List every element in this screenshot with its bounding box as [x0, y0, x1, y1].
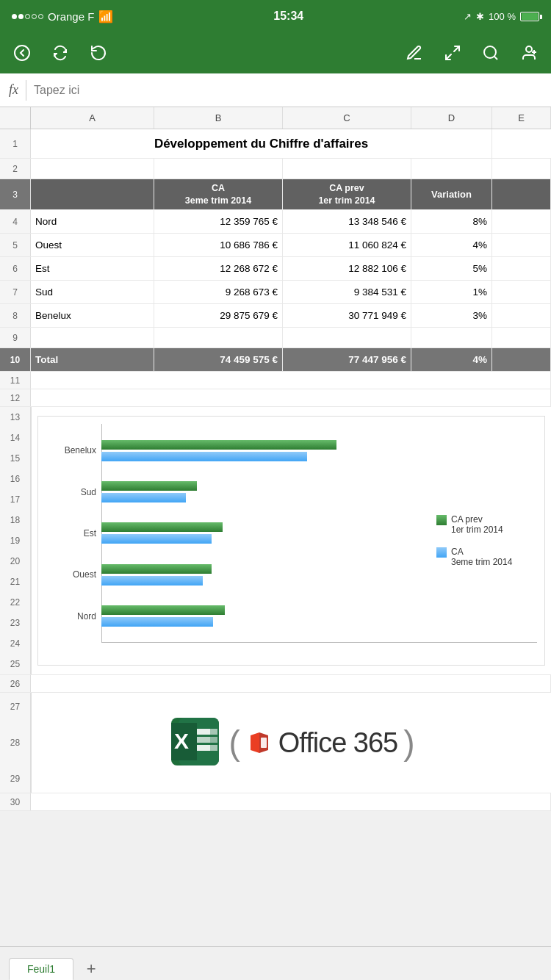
row-num-header: [0, 107, 31, 129]
legend-color-green: [436, 515, 447, 525]
legend-item-blue: CA 3eme trim 2014: [436, 547, 539, 567]
row-num-26: 26: [0, 675, 31, 692]
add-user-button[interactable]: [516, 40, 542, 66]
cell-4c[interactable]: 13 348 546 €: [283, 210, 411, 233]
undo-button[interactable]: [85, 40, 112, 66]
cell-12[interactable]: [31, 389, 551, 406]
cell-4e[interactable]: [492, 210, 551, 233]
dot4: [32, 14, 37, 19]
cell-6e[interactable]: [492, 257, 551, 280]
cell-8d[interactable]: 3%: [411, 304, 492, 327]
col-header-b[interactable]: B: [154, 107, 283, 129]
legend-row-blue: CA 3eme trim 2014: [436, 547, 539, 567]
table-row: 7 Sud 9 268 673 € 9 384 531 € 1%: [0, 281, 551, 304]
add-sheet-button[interactable]: +: [79, 958, 103, 980]
sheet1-tab[interactable]: Feuil1: [9, 958, 73, 980]
cell-6c[interactable]: 12 882 106 €: [283, 257, 411, 280]
svg-point-0: [15, 46, 29, 60]
sync-button[interactable]: [47, 40, 73, 66]
legend-row-green: CA prev 1er trim 2014: [436, 514, 539, 535]
status-left: Orange F 📶: [12, 10, 113, 24]
cell-30[interactable]: [31, 793, 551, 810]
edit-button[interactable]: [401, 40, 428, 66]
svg-rect-10: [197, 729, 210, 735]
cell-3d[interactable]: Variation: [411, 179, 492, 209]
cell-9b[interactable]: [154, 328, 283, 347]
cell-5a[interactable]: Ouest: [31, 234, 154, 256]
cell-1a[interactable]: Développement du Chiffre d'affaires: [31, 129, 492, 158]
cell-7c[interactable]: 9 384 531 €: [283, 281, 411, 303]
cell-6d[interactable]: 5%: [411, 257, 492, 280]
cell-2c[interactable]: [283, 159, 411, 179]
cell-2e[interactable]: [492, 159, 551, 179]
cell-9d[interactable]: [411, 328, 492, 347]
table-row: 26: [0, 675, 551, 693]
cell-10a[interactable]: Total: [31, 348, 154, 371]
cell-26[interactable]: [31, 675, 551, 692]
row-num-8: 8: [0, 304, 31, 327]
cell-3e[interactable]: [492, 179, 551, 209]
cell-4b[interactable]: 12 359 765 €: [154, 210, 283, 233]
cell-5d[interactable]: 4%: [411, 234, 492, 256]
bar-label-est: Est: [46, 528, 96, 538]
cell-3b[interactable]: CA 3eme trim 2014: [154, 179, 283, 209]
row-num-22: 22: [0, 592, 31, 613]
cell-8e[interactable]: [492, 304, 551, 327]
bar-blue-est: [101, 534, 212, 544]
cell-10b[interactable]: 74 459 575 €: [154, 348, 283, 371]
legend-blue-line2: 3eme trim 2014: [451, 557, 512, 567]
cell-9a[interactable]: [31, 328, 154, 347]
cell-5e[interactable]: [492, 234, 551, 256]
cell-6a[interactable]: Est: [31, 257, 154, 280]
bar-group-benelux: Benelux: [101, 437, 423, 464]
cell-8c[interactable]: 30 771 949 €: [283, 304, 411, 327]
cell-7d[interactable]: 1%: [411, 281, 492, 303]
cell-7e[interactable]: [492, 281, 551, 303]
expand-button[interactable]: [439, 40, 466, 66]
row-num-9: 9: [0, 328, 31, 347]
svg-point-1: [484, 46, 496, 58]
cell-9e[interactable]: [492, 328, 551, 347]
bar-green-nord: [101, 605, 225, 615]
cell-10d[interactable]: 4%: [411, 348, 492, 371]
table-row: 8 Benelux 29 875 679 € 30 771 949 € 3%: [0, 304, 551, 328]
cell-8b[interactable]: 29 875 679 €: [154, 304, 283, 327]
cell-11[interactable]: [31, 372, 551, 389]
legend-color-blue: [436, 547, 447, 558]
cell-3c[interactable]: CA prev 1er trim 2014: [283, 179, 411, 209]
bar-group-nord: Nord: [101, 603, 423, 630]
col-header-e[interactable]: E: [492, 107, 551, 129]
row-num-4: 4: [0, 210, 31, 233]
col-header-c[interactable]: C: [283, 107, 411, 129]
cell-5b[interactable]: 10 686 786 €: [154, 234, 283, 256]
cell-8a[interactable]: Benelux: [31, 304, 154, 327]
chart-legend: CA prev 1er trim 2014 CA 3eme trim 2014: [431, 422, 544, 659]
cell-7b[interactable]: 9 268 673 €: [154, 281, 283, 303]
cell-4d[interactable]: 8%: [411, 210, 492, 233]
search-button[interactable]: [478, 40, 504, 66]
row-num-18: 18: [0, 510, 31, 530]
cell-2d[interactable]: [411, 159, 492, 179]
cell-2b[interactable]: [154, 159, 283, 179]
cell-4a[interactable]: Nord: [31, 210, 154, 233]
formula-input[interactable]: [34, 84, 542, 97]
row-num-27: 27: [0, 693, 31, 721]
cell-10c[interactable]: 77 447 956 €: [283, 348, 411, 371]
row-num-10: 10: [0, 348, 31, 371]
cell-10e[interactable]: [492, 348, 551, 371]
col-header-a[interactable]: A: [31, 107, 154, 129]
battery-label: 100 %: [489, 11, 516, 22]
legend-green-line2: 1er trim 2014: [451, 525, 503, 535]
cell-5c[interactable]: 11 060 824 €: [283, 234, 411, 256]
col-header-d[interactable]: D: [411, 107, 492, 129]
legend-text-blue: CA 3eme trim 2014: [451, 547, 512, 567]
row-num-15: 15: [0, 448, 31, 469]
cell-9c[interactable]: [283, 328, 411, 347]
row-num-7: 7: [0, 281, 31, 303]
cell-3a[interactable]: [31, 179, 154, 209]
formula-bar: fx: [0, 73, 551, 107]
back-button[interactable]: [9, 40, 35, 66]
cell-2a[interactable]: [31, 159, 154, 179]
cell-6b[interactable]: 12 268 672 €: [154, 257, 283, 280]
cell-7a[interactable]: Sud: [31, 281, 154, 303]
